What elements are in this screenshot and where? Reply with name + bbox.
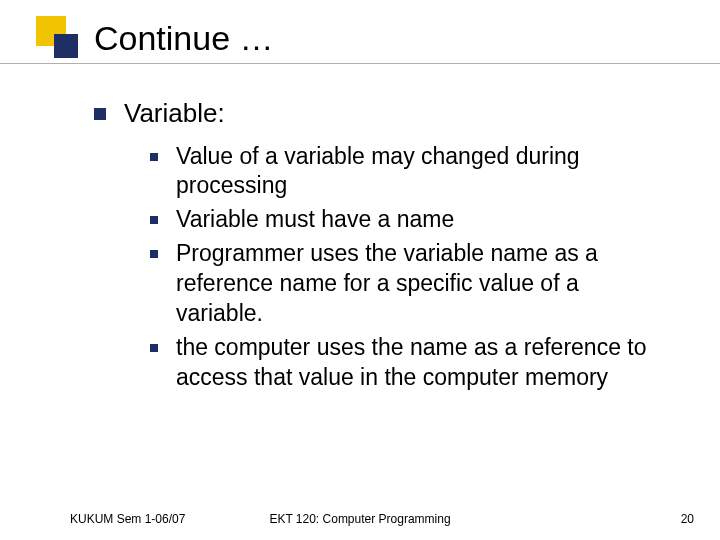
level1-text: Variable: bbox=[124, 98, 225, 129]
square-bullet-icon bbox=[150, 153, 158, 161]
level2-text: Value of a variable may changed during p… bbox=[176, 142, 660, 202]
square-navy-icon bbox=[54, 34, 78, 58]
level2-text: Variable must have a name bbox=[176, 205, 454, 235]
slide-title: Continue … bbox=[0, 20, 720, 57]
square-bullet-icon bbox=[94, 108, 106, 120]
footer: KUKUM Sem 1-06/07 EKT 120: Computer Prog… bbox=[0, 512, 720, 526]
level2-item: the computer uses the name as a referenc… bbox=[150, 333, 660, 393]
title-underline bbox=[0, 63, 720, 64]
level1-item: Variable: bbox=[94, 98, 660, 129]
level2-list: Value of a variable may changed during p… bbox=[94, 142, 660, 393]
square-bullet-icon bbox=[150, 250, 158, 258]
slide: Continue … Variable: Value of a variable… bbox=[0, 0, 720, 540]
level2-text: the computer uses the name as a referenc… bbox=[176, 333, 660, 393]
footer-page-number: 20 bbox=[681, 512, 694, 526]
square-bullet-icon bbox=[150, 216, 158, 224]
level2-item: Value of a variable may changed during p… bbox=[150, 142, 660, 202]
title-area: Continue … bbox=[0, 0, 720, 64]
content-area: Variable: Value of a variable may change… bbox=[0, 64, 720, 392]
level2-item: Variable must have a name bbox=[150, 205, 660, 235]
footer-left: KUKUM Sem 1-06/07 bbox=[70, 512, 185, 526]
level2-text: Programmer uses the variable name as a r… bbox=[176, 239, 660, 329]
title-decoration bbox=[36, 16, 78, 56]
level2-item: Programmer uses the variable name as a r… bbox=[150, 239, 660, 329]
square-bullet-icon bbox=[150, 344, 158, 352]
